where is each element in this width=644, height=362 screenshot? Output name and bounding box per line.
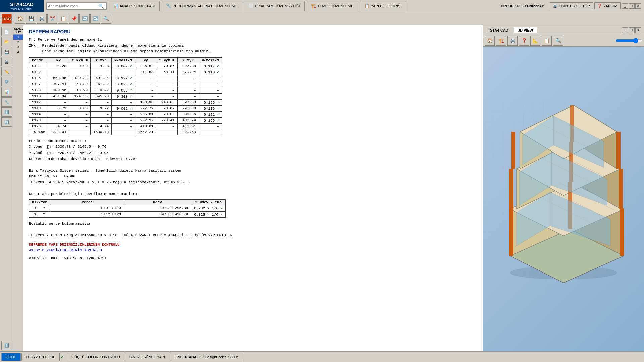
tb1-line-1: Perde taban moment oranı :	[29, 138, 477, 144]
report-intro: M : Perde ve Panel deprem momenti ΣMk : …	[29, 37, 477, 55]
table-row: S102––––211.5368.41279.940.110 ✓	[29, 69, 222, 75]
t2-col-blk: Blk/Yon	[29, 199, 50, 205]
printer-editor-btn[interactable]: 🖨️ PRINTER EDITOR	[550, 2, 593, 9]
icon-btn-4[interactable]: ✂️	[47, 14, 57, 24]
col-myr: Σ Myr	[177, 57, 199, 63]
report-area[interactable]: DEPREM RAPORU M : Perde ve Panel deprem …	[23, 25, 483, 351]
sidebar-btn-3[interactable]: 💾	[1, 47, 12, 56]
sidebar-btn-bottom[interactable]: ⬇️	[1, 341, 12, 350]
icon-btn-6[interactable]: 📌	[69, 14, 79, 24]
report-table-2: Blk/Yon Perde Mdev Σ Mdev / ΣMo 1 Y S101…	[29, 199, 226, 218]
table-row: S107107.4453.89161.320.075 ✓––––	[29, 81, 222, 87]
tb1-line-8: Kenar aks perdeleri için devrilme moment…	[29, 191, 477, 197]
floor-2[interactable]: 2	[17, 40, 19, 45]
view-btn-4[interactable]: ❓	[519, 36, 529, 46]
sta4cad-tab[interactable]: STA4-CAD	[486, 27, 513, 33]
yapi-bilgi-btn[interactable]: 📋 YAPI BİLGİ GİRİŞİ	[360, 1, 406, 11]
status-sinirli[interactable]: SINIRLI SÜNEK YAPI	[125, 353, 170, 361]
table1-body: S1014.280.004.280.002 ✓226.5270.86297.38…	[29, 63, 222, 129]
status-bar: CODE TBDY2018 CODE ✓ GÜÇLÜ KOLON KONTROL…	[0, 351, 644, 362]
svg-rect-19	[620, 209, 624, 256]
status-tbdy[interactable]: TBDY2018 CODE	[21, 353, 60, 361]
status-guclu[interactable]: GÜÇLÜ KOLON KONTROLU	[67, 353, 124, 361]
status-check: ✓	[60, 354, 64, 360]
table-row: S110451.34194.56645.900.300 ✓––––	[29, 93, 222, 99]
view-btn-2[interactable]: 🏗️	[496, 36, 506, 46]
status-lineer[interactable]: LİNEER ANALİZ / DesignCode:TS500t	[170, 353, 242, 361]
proje-label: PROJE : U06 YENİ222AB	[501, 4, 544, 8]
view-panel-toolbar: 🏠 🏗️ 🖨️ ❓ 📐 📋 🔍	[483, 35, 644, 47]
col-myk: Σ Myk =	[156, 57, 177, 63]
sidebar-btn-4[interactable]: 🖨️	[1, 57, 12, 66]
main-area: 📄 📂 💾 🖨️ ✏️ ⚙️ 📊 🔧 ℹ️ 🔄 ⬇️ GENEL KAT 1 2…	[0, 25, 644, 351]
view-btn-3[interactable]: 🖨️	[507, 36, 518, 46]
sidebar-btn-10[interactable]: 🔄	[1, 117, 12, 127]
colored-text: DEPREMDE YAPI DÜZENSİZLİKLERİNİN KONTROL…	[29, 242, 477, 254]
panel-close-btn[interactable]: ✕	[635, 27, 641, 33]
icon-btn-8[interactable]: ↪️	[90, 14, 100, 24]
table-row: S1014.280.004.280.002 ✓226.5270.86297.38…	[29, 63, 222, 69]
icon-btn-7[interactable]: ↩️	[79, 14, 90, 24]
view-btn-5[interactable]: 📐	[530, 36, 540, 46]
svg-rect-17	[509, 169, 513, 209]
col-perde: Perde	[29, 57, 48, 63]
floor-4[interactable]: 4	[17, 50, 19, 55]
close-btn[interactable]: ✕	[635, 3, 641, 9]
view-btn-6[interactable]: 📋	[542, 36, 552, 46]
yardim-btn[interactable]: ❓ YARDIM	[594, 2, 621, 9]
analiz-sonuclari-btn[interactable]: 📊 ANALİZ SONUÇLARI	[109, 1, 160, 11]
tb1-line-7: TBDY2018 4.3.4.5 Mdev/Mo= 0.76 > 0.75 ko…	[29, 180, 477, 186]
view-slider[interactable]	[616, 38, 643, 43]
icon-btn-5[interactable]: 📋	[58, 14, 68, 24]
col-mmo2: M/Mo<1/3	[199, 57, 222, 63]
diyafram-btn[interactable]: ⬜ DİYAFRAM DÜZENSİZLİĞİ	[244, 1, 305, 11]
col-mmo1: M/Mo<1/3	[112, 57, 135, 63]
minimize-btn[interactable]: _	[622, 3, 628, 9]
table-row: P1234.74–4.74–410.01–410.01–	[29, 123, 222, 129]
sidebar-btn-7[interactable]: 📊	[1, 87, 12, 97]
report-line-1: M : Perde ve Panel deprem momenti	[29, 37, 477, 43]
panel-maximize-btn[interactable]: □	[629, 27, 635, 33]
search-box[interactable]: 🔍	[46, 2, 107, 10]
text-block-1: Perde taban moment oranı : X yönü ∑m =16…	[29, 138, 477, 197]
table2-body: 1 Y S101+S113 297.38+295.88 0.232 > 1/6 …	[29, 205, 226, 217]
temel-btn[interactable]: 🏗️ TEMEL DÜZENLEME	[307, 1, 358, 11]
view-btn-7[interactable]: 🔍	[553, 36, 563, 46]
table-row: P123––––202.37228.41430.790.169 ✓	[29, 117, 222, 123]
sidebar-btn-2[interactable]: 📂	[1, 37, 12, 46]
performans-btn[interactable]: 🔧 PERFORMANS-DONATI DÜZENLEME	[162, 1, 242, 11]
floor-1[interactable]: 1	[13, 35, 23, 40]
floor-3[interactable]: 3	[17, 45, 19, 50]
sidebar-btn-6[interactable]: ⚙️	[1, 77, 12, 86]
last-line: di=R/I·Δ. K=1. Tx=0.566s. Ty=0.471s	[29, 256, 477, 262]
table-row: 1 Y S112+P123 397.83+430.79 0.325 > 1/6 …	[29, 211, 226, 217]
col-mx: Mx	[48, 57, 69, 63]
view-btn-home[interactable]: 🏠	[485, 36, 495, 46]
3dview-tab[interactable]: 3D VIEW	[514, 27, 537, 33]
table-row: S108100.5618.90119.470.056 ✓––––	[29, 87, 222, 93]
sidebar-btn-1[interactable]: 📄	[1, 27, 12, 36]
report-title: DEPREM RAPORU	[29, 29, 477, 34]
table-row: S112––––153.98243.85397.830.156 ✓	[29, 99, 222, 105]
genel-kat-label: GENEL KAT	[13, 27, 23, 35]
maximize-btn[interactable]: □	[629, 3, 635, 9]
sidebar-btn-9[interactable]: ℹ️	[1, 107, 12, 117]
fea3d-btn[interactable]: FEA3D	[2, 14, 12, 24]
second-toolbar: FEA3D 🏠 💾 🖨️ ✂️ 📋 📌 ↩️ ↪️ 🔍	[0, 12, 644, 25]
tb1-line-5: Bina Taşıyıcı Sistem seçimi : Süneklilik…	[29, 168, 477, 174]
svg-rect-20	[619, 169, 623, 209]
building-svg	[483, 47, 644, 351]
logo-area: STA4CAD YAPI TASARIMI	[0, 0, 44, 12]
icon-btn-1[interactable]: 🏠	[15, 14, 25, 24]
status-code[interactable]: CODE	[1, 353, 21, 361]
sidebar-btn-8[interactable]: 🔧	[1, 97, 12, 107]
sidebar-btn-5[interactable]: ✏️	[1, 67, 12, 76]
icon-btn-2[interactable]: 💾	[26, 14, 36, 24]
table-total-row: TOPLAM 1233.04 1630.78 1662.21 2420.68	[29, 129, 222, 135]
search-input[interactable]	[48, 4, 98, 8]
panel-minimize-btn[interactable]: _	[622, 27, 628, 33]
report-line-2: ΣMk : Perdelerde; bağlı olduğu kirişleri…	[29, 43, 477, 49]
icon-btn-3[interactable]: 🖨️	[37, 14, 47, 24]
icon-btn-9[interactable]: 🔍	[101, 14, 111, 24]
t2-col-mdev: Mdev	[124, 199, 191, 205]
